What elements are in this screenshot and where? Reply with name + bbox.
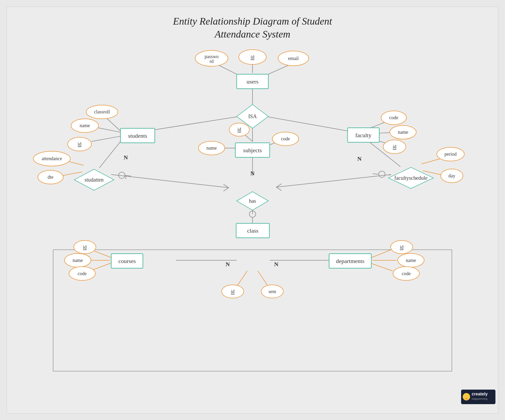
facultyschedule-has-line [276,174,391,187]
cf-line-right [373,174,379,174]
attr-dept-code-label: code [402,271,411,276]
brand-bulb-base [465,398,467,399]
attr-dept-name-label: name [406,257,416,263]
attr-faculty-id-label: id [393,144,396,149]
attr-fs-period-label: period [444,151,457,157]
rel-studatten-label: studatten [85,177,104,183]
rel-isa-label: ISA [248,113,257,119]
dept-code-line [371,263,392,271]
students-id-line [91,136,121,141]
card-n-class-departments: N [274,261,278,267]
brand-bulb-inner [464,393,469,397]
isa-students-line [147,116,240,131]
dept-id-line [371,249,392,257]
attr-subjects-name-label: name [206,145,217,151]
courses-id-line [91,250,111,257]
class-id-line [237,271,247,287]
entity-faculty-label: faculty [355,132,371,138]
cf4 [276,187,282,191]
attr-courses-id-label: id [83,244,87,250]
entity-class-label: class [247,227,259,234]
attr-subjects-code-label: code [281,136,290,141]
studatten-has-line [111,174,229,188]
attr-faculty-code-label: code [389,115,398,120]
main-container: Entity Relationship Diagram of Student A… [7,7,498,414]
cf-circle-right [379,171,385,177]
attr-dept-id-label: id [400,244,403,250]
attr-courses-name-label: name [72,257,83,263]
cf2 [223,188,229,191]
class-sem-line [258,271,268,287]
card-n-faculty-facultyschedule: N [357,155,362,162]
attr-students-classroll-label: classroll [94,109,110,114]
attr-faculty-name-label: name [398,130,408,135]
attr-studatten-attendance-label: attendance [42,156,62,161]
attr-courses-code-label: code [78,271,87,276]
card-n-subjects-has: N [250,170,255,176]
attr-users-email-label: email [288,56,299,61]
entity-departments-label: departments [336,258,364,264]
attr-subjects-id-label: id [237,127,241,132]
attr-class-sem-label: sem [268,289,276,294]
attr-class-id-label: id [231,289,235,294]
entity-subjects-label: subjects [243,147,262,153]
attr-students-id-label: id [78,141,81,147]
attr-fs-day-label: day [448,173,455,178]
rel-facultyschedule-label: facultyschedule [394,175,428,181]
brand-sub: Diagramming [472,397,487,400]
attr-studatten-dte-label: dte [48,174,53,180]
studatten-dte-line [61,172,82,176]
entity-students-label: students [128,132,147,139]
rel-has-label: has [249,198,256,204]
card-n-students-studatten: N [124,154,128,160]
isa-faculty-line [266,116,348,131]
card-n-class-courses: N [226,261,230,267]
entity-courses-label: courses [118,258,136,264]
attr-users-id-label: id [251,54,254,59]
attr-students-name-label: name [80,123,90,128]
brand-name: creately [472,392,488,396]
entity-users-label: users [246,78,258,85]
attr-users-password-label2: rd [210,58,214,64]
students-studatten-line [99,141,121,168]
er-diagram: users id passwo rd email ISA students na… [7,7,498,413]
